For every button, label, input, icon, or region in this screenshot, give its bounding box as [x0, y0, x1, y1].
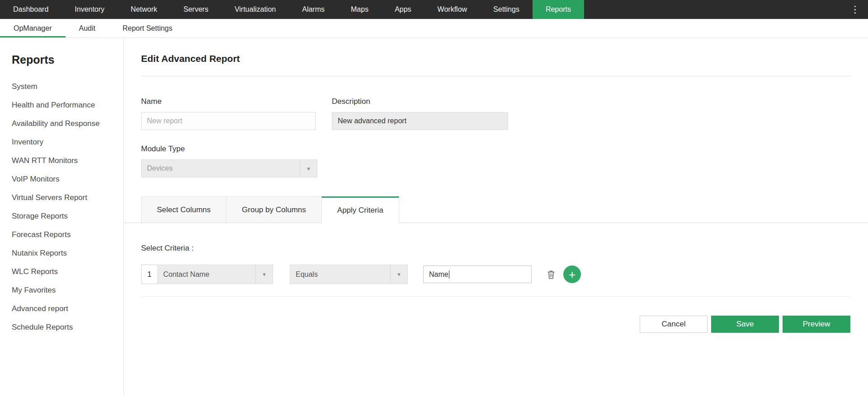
criteria-value-text: Name	[429, 270, 448, 279]
name-field-group: Name	[141, 97, 316, 130]
criteria-column-select[interactable]: Contact Name ▾	[157, 265, 273, 284]
description-input[interactable]	[332, 112, 508, 130]
page-title: Edit Advanced Report	[141, 53, 851, 64]
sidebar-title: Reports	[12, 53, 123, 66]
report-form-row: Name Description	[141, 97, 851, 130]
form-actions: Cancel Save Preview	[142, 316, 850, 333]
nav-network[interactable]: Network	[118, 0, 170, 19]
select-criteria-label: Select Criteria :	[141, 244, 851, 253]
page-layout: Reports System Health and Performance Av…	[0, 38, 868, 396]
tab-group-by-columns[interactable]: Group by Columns	[226, 196, 322, 223]
description-label: Description	[332, 97, 508, 106]
delete-criteria-button[interactable]	[545, 268, 557, 281]
nav-servers[interactable]: Servers	[170, 0, 222, 19]
module-type-label: Module Type	[141, 144, 317, 154]
main-content: Edit Advanced Report Name Description Mo…	[124, 38, 868, 396]
sidebar-item-advanced-report[interactable]: Advanced report	[12, 299, 123, 318]
nav-workflow[interactable]: Workflow	[425, 0, 481, 19]
criteria-row-index: 1	[141, 265, 158, 284]
chevron-down-icon: ▾	[390, 265, 407, 284]
reports-sidebar: Reports System Health and Performance Av…	[0, 38, 124, 396]
preview-button[interactable]: Preview	[783, 316, 850, 333]
sidebar-item-system[interactable]: System	[12, 77, 123, 96]
nav-virtualization[interactable]: Virtualization	[222, 0, 289, 19]
add-criteria-button[interactable]: +	[563, 266, 581, 283]
tab-apply-criteria[interactable]: Apply Criteria	[321, 196, 399, 223]
sidebar-item-schedule-reports[interactable]: Schedule Reports	[12, 318, 123, 336]
nav-apps[interactable]: Apps	[382, 0, 424, 19]
save-button[interactable]: Save	[711, 316, 779, 333]
sidebar-item-inventory[interactable]: Inventory	[12, 133, 123, 151]
chevron-down-icon: ▾	[255, 265, 273, 284]
sidebar-item-forecast-reports[interactable]: Forecast Reports	[12, 225, 123, 244]
module-type-selected-value: Devices	[142, 164, 300, 172]
sidebar-item-storage-reports[interactable]: Storage Reports	[12, 207, 123, 225]
plus-icon: +	[569, 269, 576, 280]
sidebar-item-nutanix-reports[interactable]: Nutanix Reports	[12, 244, 123, 262]
criteria-operator-selected-value: Equals	[290, 270, 390, 279]
name-input[interactable]	[141, 112, 316, 130]
nav-alarms[interactable]: Alarms	[289, 0, 338, 19]
chevron-down-icon: ▾	[300, 160, 317, 177]
text-cursor	[449, 270, 449, 279]
nav-reports[interactable]: Reports	[533, 0, 584, 19]
tab-select-columns[interactable]: Select Columns	[141, 196, 226, 223]
subnav-audit[interactable]: Audit	[66, 19, 109, 37]
criteria-column-selected-value: Contact Name	[158, 270, 255, 279]
criteria-section-divider	[141, 296, 851, 297]
trash-icon	[547, 270, 556, 280]
kebab-menu-icon[interactable]: ⋮	[842, 0, 868, 19]
nav-inventory[interactable]: Inventory	[61, 0, 118, 19]
nav-dashboard[interactable]: Dashboard	[0, 0, 61, 19]
sidebar-item-my-favorites[interactable]: My Favorites	[12, 281, 123, 299]
top-navigation-bar: Dashboard Inventory Network Servers Virt…	[0, 0, 868, 19]
topnav-spacer	[584, 0, 842, 19]
criteria-value-input[interactable]: Name	[423, 266, 532, 283]
cancel-button[interactable]: Cancel	[640, 316, 708, 333]
sidebar-item-wan-rtt-monitors[interactable]: WAN RTT Monitors	[12, 151, 123, 170]
nav-maps[interactable]: Maps	[338, 0, 382, 19]
subnav-report-settings[interactable]: Report Settings	[109, 19, 186, 37]
module-type-select[interactable]: Devices ▾	[141, 159, 317, 177]
report-tabs: Select Columns Group by Columns Apply Cr…	[124, 196, 868, 223]
sidebar-item-wlc-reports[interactable]: WLC Reports	[12, 262, 123, 281]
description-field-group: Description	[332, 97, 508, 130]
criteria-row: 1 Contact Name ▾ Equals ▾ Name	[141, 265, 851, 284]
sidebar-item-health-and-performance[interactable]: Health and Performance	[12, 96, 123, 114]
sidebar-item-virtual-servers-report[interactable]: Virtual Servers Report	[12, 188, 123, 207]
criteria-operator-select[interactable]: Equals ▾	[290, 265, 408, 284]
sub-navigation-bar: OpManager Audit Report Settings	[0, 19, 868, 38]
subnav-opmanager[interactable]: OpManager	[0, 19, 66, 37]
title-divider	[141, 76, 851, 76]
module-type-field-group: Module Type Devices ▾	[141, 144, 317, 177]
name-label: Name	[141, 97, 316, 106]
sidebar-item-voip-monitors[interactable]: VoIP Monitors	[12, 170, 123, 188]
sidebar-item-availability-and-response[interactable]: Availability and Response	[12, 114, 123, 133]
nav-settings[interactable]: Settings	[480, 0, 533, 19]
